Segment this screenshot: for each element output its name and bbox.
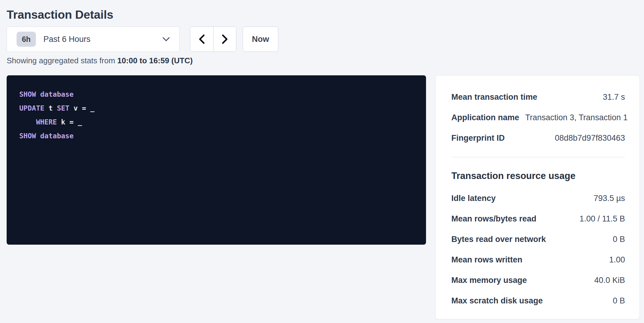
subtitle-prefix: Showing aggregated stats from: [7, 56, 117, 65]
sql-code: SHOW databaseUPDATE t SET v = _ WHERE k …: [19, 87, 413, 143]
sql-statements-box: SHOW databaseUPDATE t SET v = _ WHERE k …: [7, 75, 426, 245]
subtitle-range: 10:00 to 16:59 (UTC): [117, 56, 193, 65]
stat-row: Max scratch disk usage0 B: [451, 296, 625, 305]
chevron-right-icon: [221, 34, 229, 44]
sql-code-line: WHERE k = _: [19, 115, 413, 129]
stats-subtitle: Showing aggregated stats from 10:00 to 1…: [7, 56, 640, 65]
stat-label: Fingerprint ID: [451, 133, 511, 143]
stat-row: Application nameTransaction 3, Transacti…: [451, 113, 625, 122]
stat-label: Bytes read over network: [451, 235, 552, 244]
resource-usage-heading: Transaction resource usage: [451, 169, 625, 183]
stat-value: 08d8b7d97f830463: [555, 133, 625, 143]
time-controls-row: 6h Past 6 Hours Now: [7, 27, 640, 52]
stat-label: Mean transaction time: [451, 93, 543, 102]
stat-row: Fingerprint ID08d8b7d97f830463: [451, 133, 625, 143]
stat-row: Mean rows/bytes read1.00 / 11.5 B: [451, 214, 625, 223]
sql-code-line: SHOW database: [19, 87, 413, 101]
stat-label: Idle latency: [451, 194, 502, 203]
now-button[interactable]: Now: [243, 27, 278, 52]
stat-label: Mean rows/bytes read: [451, 214, 542, 223]
sql-code-line: UPDATE t SET v = _: [19, 101, 413, 115]
resource-usage-section: Idle latency793.5 µsMean rows/bytes read…: [451, 194, 625, 305]
stat-label: Max scratch disk usage: [451, 296, 549, 305]
range-shortcut-badge: 6h: [17, 32, 36, 47]
stat-value: Transaction 3, Transaction 1: [525, 113, 628, 122]
stat-value: 1.00: [609, 255, 625, 264]
stat-label: Application name: [451, 113, 525, 122]
chevron-down-icon: [162, 37, 170, 42]
stat-row: Mean rows written1.00: [451, 255, 625, 264]
stat-value: 0 B: [613, 235, 625, 244]
stat-row: Idle latency793.5 µs: [451, 194, 625, 203]
stat-value: 31.7 s: [603, 93, 625, 102]
sql-code-line: SHOW database: [19, 129, 413, 143]
stat-row: Max memory usage40.0 KiB: [451, 276, 625, 285]
main-content-row: SHOW databaseUPDATE t SET v = _ WHERE k …: [7, 75, 640, 319]
stat-value: 40.0 KiB: [594, 276, 625, 285]
time-nav-group: [190, 27, 236, 52]
panel-divider: [451, 157, 625, 157]
stat-value: 1.00 / 11.5 B: [579, 214, 625, 223]
summary-stats-section: Mean transaction time31.7 sApplication n…: [451, 93, 625, 143]
stat-value: 0 B: [613, 296, 625, 305]
transaction-details-page: Transaction Details 6h Past 6 Hours Now: [0, 0, 644, 319]
stat-label: Mean rows written: [451, 255, 529, 264]
stat-label: Max memory usage: [451, 276, 533, 285]
stat-row: Mean transaction time31.7 s: [451, 93, 625, 102]
stat-value: 793.5 µs: [594, 194, 625, 203]
next-time-button[interactable]: [213, 27, 236, 52]
page-title: Transaction Details: [7, 8, 640, 22]
stat-row: Bytes read over network0 B: [451, 235, 625, 244]
prev-time-button[interactable]: [190, 27, 213, 52]
stats-panel: Mean transaction time31.7 sApplication n…: [435, 75, 640, 319]
chevron-left-icon: [198, 34, 206, 44]
time-range-select[interactable]: 6h Past 6 Hours: [7, 27, 179, 52]
range-label: Past 6 Hours: [43, 35, 162, 44]
